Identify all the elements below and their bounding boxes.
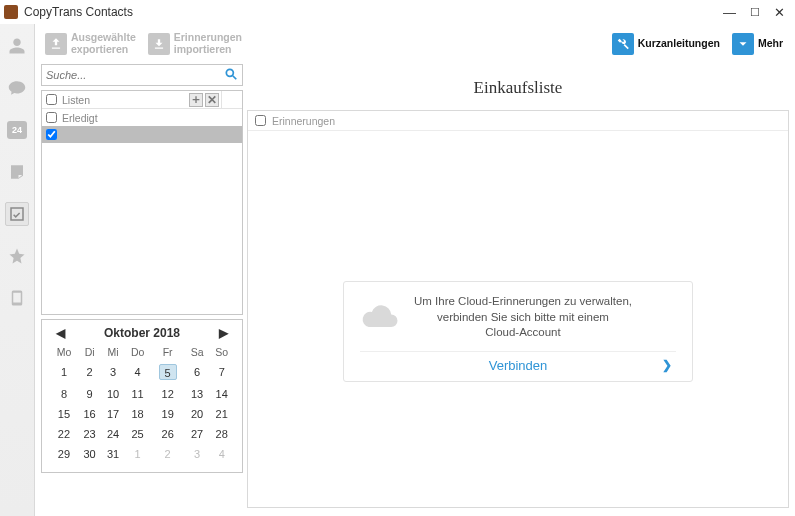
calendar-day[interactable]: 7 — [209, 360, 234, 384]
export-icon — [45, 33, 67, 55]
window-minimize-button[interactable]: — — [723, 5, 736, 20]
calendar-day[interactable]: 31 — [101, 444, 124, 464]
cloud-message: Um Ihre Cloud-Erinnerungen zu verwalten,… — [414, 294, 632, 341]
calendar-day[interactable]: 24 — [101, 424, 124, 444]
calendar-day[interactable]: 17 — [101, 404, 124, 424]
cloud-connect-button[interactable]: Verbinden ❯ — [360, 351, 676, 373]
list-item[interactable]: Erledigt — [42, 109, 242, 126]
calendar-weekday: Di — [78, 344, 101, 360]
note-icon — [8, 163, 26, 181]
calendar-weekday: Mi — [101, 344, 124, 360]
calendar-day[interactable]: 3 — [185, 444, 210, 464]
calendar-day[interactable]: 1 — [50, 360, 78, 384]
person-icon — [8, 37, 26, 55]
lists-header: Listen ＋ ✕ — [42, 91, 242, 109]
calendar-day[interactable]: 21 — [209, 404, 234, 424]
nav-contacts[interactable] — [5, 34, 29, 58]
nav-favorites[interactable] — [5, 244, 29, 268]
lists-panel: Listen ＋ ✕ Erledigt — [41, 90, 243, 315]
calendar-day[interactable]: 4 — [125, 360, 151, 384]
export-selected-button[interactable]: Ausgewählteexportieren — [41, 30, 140, 57]
delete-list-button[interactable]: ✕ — [205, 93, 219, 107]
app-icon — [4, 5, 18, 19]
calendar-next-button[interactable]: ▶ — [219, 326, 228, 340]
import-line2: importieren — [174, 43, 232, 55]
calendar-day[interactable]: 30 — [78, 444, 101, 464]
calendar-day[interactable]: 19 — [150, 404, 184, 424]
calendar-day[interactable]: 23 — [78, 424, 101, 444]
calendar-day[interactable]: 3 — [101, 360, 124, 384]
nav-devices[interactable] — [5, 286, 29, 310]
calendar-day[interactable]: 12 — [150, 384, 184, 404]
calendar-weekday: Sa — [185, 344, 210, 360]
lists-header-label: Listen — [60, 94, 189, 106]
calendar-day[interactable]: 13 — [185, 384, 210, 404]
toolbar: Ausgewählteexportieren Erinnerungenimpor… — [35, 24, 795, 60]
calendar-prev-button[interactable]: ◀ — [56, 326, 65, 340]
import-line1: Erinnerungen — [174, 31, 242, 43]
guides-label: Kurzanleitungen — [638, 38, 720, 50]
cloud-connect-label: Verbinden — [489, 358, 548, 373]
nav-sidebar: 24 — [0, 24, 35, 516]
calendar-day[interactable]: 16 — [78, 404, 101, 424]
cloud-icon — [360, 303, 400, 331]
calendar-day[interactable]: 8 — [50, 384, 78, 404]
calendar-day[interactable]: 18 — [125, 404, 151, 424]
calendar-day[interactable]: 20 — [185, 404, 210, 424]
add-list-button[interactable]: ＋ — [189, 93, 203, 107]
tools-icon — [612, 33, 634, 55]
search-input[interactable] — [46, 69, 224, 81]
calendar-day[interactable]: 11 — [125, 384, 151, 404]
calendar-day[interactable]: 22 — [50, 424, 78, 444]
calendar-weekday: Mo — [50, 344, 78, 360]
nav-notes[interactable] — [5, 160, 29, 184]
calendar-day[interactable]: 15 — [50, 404, 78, 424]
search-icon[interactable] — [224, 67, 238, 84]
calendar-day[interactable]: 6 — [185, 360, 210, 384]
search-box[interactable] — [41, 64, 243, 86]
calendar-day[interactable]: 28 — [209, 424, 234, 444]
list-item-checkbox[interactable] — [46, 112, 57, 123]
calendar-day[interactable]: 4 — [209, 444, 234, 464]
nav-calendar[interactable]: 24 — [5, 118, 29, 142]
calendar-day[interactable]: 29 — [50, 444, 78, 464]
window-close-button[interactable]: ✕ — [774, 5, 785, 20]
calendar-day[interactable]: 9 — [78, 384, 101, 404]
calendar-day[interactable]: 25 — [125, 424, 151, 444]
list-item[interactable] — [42, 126, 242, 143]
calendar-day[interactable]: 26 — [150, 424, 184, 444]
nav-reminders[interactable] — [5, 202, 29, 226]
cloud-connect-box: Um Ihre Cloud-Erinnerungen zu verwalten,… — [343, 281, 693, 382]
calendar-day[interactable]: 5 — [150, 360, 184, 384]
titlebar: CopyTrans Contacts — ☐ ✕ — [0, 0, 795, 24]
import-icon — [148, 33, 170, 55]
calendar-day[interactable]: 14 — [209, 384, 234, 404]
reminders-select-all-checkbox[interactable] — [255, 115, 266, 126]
lists-select-all-checkbox[interactable] — [46, 94, 57, 105]
list-item-checkbox[interactable] — [46, 129, 57, 140]
export-line2: exportieren — [71, 43, 128, 55]
chevron-down-icon — [732, 33, 754, 55]
reminders-panel: Erinnerungen Um Ihre Cloud-Erinnerungen … — [247, 110, 789, 508]
chevron-right-icon: ❯ — [662, 358, 672, 372]
window-title: CopyTrans Contacts — [24, 5, 133, 19]
calendar-day[interactable]: 10 — [101, 384, 124, 404]
export-line1: Ausgewählte — [71, 31, 136, 43]
calendar-grid: MoDiMiDoFrSaSo 1234567891011121314151617… — [50, 344, 234, 464]
calendar-weekday: So — [209, 344, 234, 360]
reminders-header-label: Erinnerungen — [272, 115, 335, 127]
star-icon — [8, 247, 26, 265]
more-button[interactable]: Mehr — [728, 31, 787, 57]
window-maximize-button[interactable]: ☐ — [750, 6, 760, 19]
calendar-day[interactable]: 2 — [150, 444, 184, 464]
guides-button[interactable]: Kurzanleitungen — [608, 31, 724, 57]
checkbox-icon — [8, 205, 26, 223]
nav-messages[interactable] — [5, 76, 29, 100]
calendar-day[interactable]: 2 — [78, 360, 101, 384]
chat-icon — [8, 79, 26, 97]
calendar: ◀ Oktober 2018 ▶ MoDiMiDoFrSaSo 12345678… — [41, 319, 243, 473]
calendar-day[interactable]: 1 — [125, 444, 151, 464]
import-reminders-button[interactable]: Erinnerungenimportieren — [144, 30, 246, 57]
list-item-label: Erledigt — [60, 112, 242, 124]
calendar-day[interactable]: 27 — [185, 424, 210, 444]
